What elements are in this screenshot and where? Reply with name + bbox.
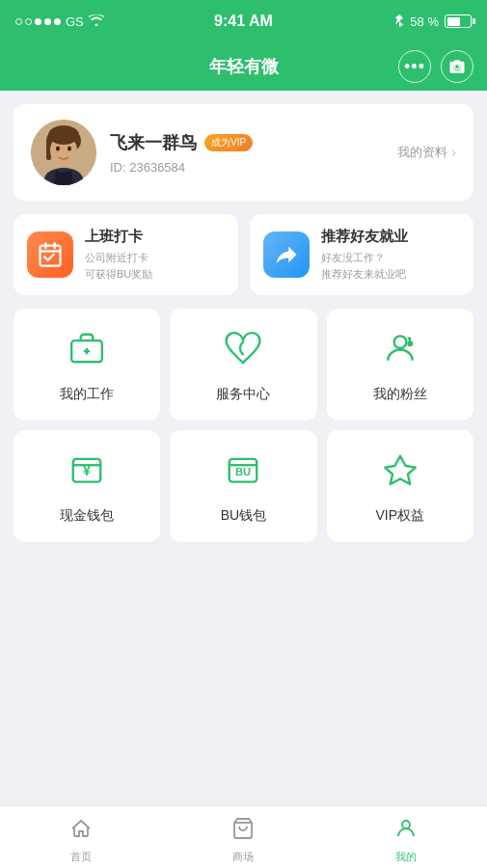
- profile-name-row: 飞来一群鸟 成为VIP: [110, 131, 397, 154]
- dot4: [44, 18, 51, 25]
- battery-fill: [447, 17, 460, 26]
- grid-menu: 我的工作 服务中心 我的粉丝: [14, 309, 473, 542]
- profile-info: 飞来一群鸟 成为VIP ID: 23636584: [110, 131, 397, 175]
- checkin-icon-wrap: [27, 231, 73, 278]
- nav-home[interactable]: 首页: [0, 811, 162, 864]
- action-cards: 上班打卡 公司附近打卡 可获得BU奖励 推荐好友就业 好友没工作？ 推荐好友来就…: [14, 214, 473, 295]
- home-icon: [69, 817, 93, 846]
- svg-rect-9: [41, 246, 61, 266]
- wifi-icon: [89, 14, 104, 29]
- chevron-right-icon: ›: [451, 144, 456, 161]
- dot1: [15, 18, 22, 25]
- checkin-title: 上班打卡: [85, 228, 152, 246]
- header: 年轻有微 •••: [0, 42, 487, 91]
- battery-percent: 58 %: [410, 14, 439, 29]
- svg-point-17: [408, 341, 412, 345]
- vip-badge[interactable]: 成为VIP: [204, 134, 253, 151]
- svg-point-16: [393, 336, 406, 348]
- svg-point-5: [48, 125, 79, 145]
- carrier-label: GS: [66, 14, 84, 29]
- camera-button[interactable]: [441, 50, 473, 83]
- header-actions: •••: [398, 50, 473, 83]
- bu-icon: BU: [225, 451, 261, 496]
- referral-card[interactable]: 推荐好友就业 好友没工作？ 推荐好友来就业吧: [250, 214, 474, 295]
- svg-point-0: [454, 64, 459, 68]
- bu-label: BU钱包: [221, 507, 266, 525]
- fans-label: 我的粉丝: [373, 386, 427, 403]
- status-time: 9:41 AM: [214, 13, 273, 30]
- grid-item-service[interactable]: 服务中心: [170, 309, 316, 420]
- referral-sub: 好友没工作？ 推荐好友来就业吧: [321, 250, 408, 282]
- checkin-card[interactable]: 上班打卡 公司附近打卡 可获得BU奖励: [14, 214, 238, 295]
- work-label: 我的工作: [60, 386, 114, 403]
- profile-name: 飞来一群鸟: [110, 131, 197, 154]
- cash-label: 现金钱包: [60, 507, 114, 525]
- service-label: 服务中心: [216, 386, 270, 403]
- my-info-button[interactable]: 我的资料 ›: [397, 144, 456, 161]
- shop-icon: [231, 817, 255, 846]
- profile-card: 飞来一群鸟 成为VIP ID: 23636584 我的资料 ›: [14, 104, 473, 201]
- nav-mine[interactable]: 我的: [325, 811, 487, 864]
- avatar: [31, 120, 96, 185]
- vip-label: VIP权益: [376, 507, 425, 525]
- avatar-image: [31, 120, 96, 185]
- grid-item-fans[interactable]: 我的粉丝: [327, 309, 473, 420]
- signal-dots: [15, 18, 61, 25]
- status-left: GS: [15, 14, 104, 29]
- dot2: [25, 18, 32, 25]
- fans-icon: [382, 330, 419, 374]
- svg-point-25: [402, 821, 410, 828]
- cash-icon: ¥: [68, 451, 105, 496]
- main-content: 飞来一群鸟 成为VIP ID: 23636584 我的资料 › 上班打: [0, 91, 487, 805]
- header-title: 年轻有微: [209, 55, 279, 78]
- my-info-label: 我的资料: [397, 144, 447, 161]
- nav-home-label: 首页: [70, 850, 92, 864]
- more-button[interactable]: •••: [398, 50, 431, 83]
- bluetooth-icon: [394, 14, 404, 30]
- checkin-text: 上班打卡 公司附近打卡 可获得BU奖励: [85, 228, 152, 282]
- mine-icon: [394, 817, 418, 846]
- grid-item-bu[interactable]: BU BU钱包: [170, 430, 316, 542]
- referral-title: 推荐好友就业: [321, 228, 408, 246]
- dot3: [35, 18, 41, 25]
- nav-shop[interactable]: 商场: [162, 811, 324, 864]
- bottom-nav: 首页 商场 我的: [0, 805, 487, 868]
- nav-shop-label: 商场: [232, 850, 254, 864]
- svg-text:BU: BU: [235, 466, 251, 477]
- svg-point-6: [56, 147, 60, 151]
- profile-id: ID: 23636584: [110, 160, 397, 175]
- grid-item-my-work[interactable]: 我的工作: [14, 309, 160, 420]
- grid-item-vip[interactable]: VIP权益: [327, 430, 473, 542]
- status-bar: GS 9:41 AM 58 %: [0, 0, 487, 42]
- service-icon: [225, 330, 261, 374]
- battery-icon: [445, 14, 472, 28]
- grid-item-cash[interactable]: ¥ 现金钱包: [14, 430, 160, 542]
- checkin-sub: 公司附近打卡 可获得BU奖励: [85, 250, 152, 282]
- referral-text: 推荐好友就业 好友没工作？ 推荐好友来就业吧: [321, 228, 408, 282]
- nav-mine-label: 我的: [395, 850, 417, 864]
- status-right: 58 %: [394, 14, 472, 30]
- dot5: [54, 18, 61, 25]
- referral-icon-wrap: [263, 231, 310, 278]
- svg-point-7: [68, 147, 71, 151]
- vip-icon: [382, 451, 419, 496]
- work-icon: [68, 330, 105, 374]
